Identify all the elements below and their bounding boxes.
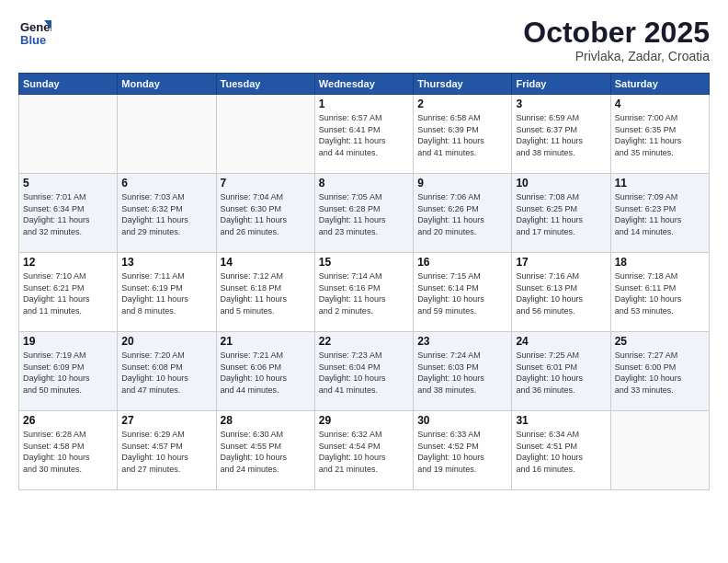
day-number: 4 (615, 98, 705, 110)
day-info: Sunrise: 7:19 AM Sunset: 6:09 PM Dayligh… (23, 350, 113, 396)
day-number: 19 (23, 335, 113, 348)
col-wednesday: Wednesday (314, 74, 413, 95)
day-info: Sunrise: 7:10 AM Sunset: 6:21 PM Dayligh… (23, 270, 113, 316)
col-sunday: Sunday (19, 74, 118, 95)
day-number: 18 (615, 256, 705, 269)
location-subtitle: Privlaka, Zadar, Croatia (523, 49, 710, 63)
table-row: 13Sunrise: 7:11 AM Sunset: 6:19 PM Dayli… (118, 253, 216, 332)
day-info: Sunrise: 6:30 AM Sunset: 4:55 PM Dayligh… (221, 429, 311, 475)
month-title: October 2025 (523, 17, 710, 49)
day-number: 22 (319, 335, 409, 348)
calendar-week-row: 12Sunrise: 7:10 AM Sunset: 6:21 PM Dayli… (19, 253, 710, 332)
day-info: Sunrise: 7:03 AM Sunset: 6:32 PM Dayligh… (121, 191, 211, 237)
day-info: Sunrise: 7:23 AM Sunset: 6:04 PM Dayligh… (319, 350, 409, 396)
day-info: Sunrise: 6:57 AM Sunset: 6:41 PM Dayligh… (319, 112, 409, 158)
day-info: Sunrise: 6:32 AM Sunset: 4:54 PM Dayligh… (319, 429, 409, 475)
day-info: Sunrise: 7:25 AM Sunset: 6:01 PM Dayligh… (516, 350, 606, 396)
calendar-table: Sunday Monday Tuesday Wednesday Thursday… (18, 73, 710, 490)
day-info: Sunrise: 7:24 AM Sunset: 6:03 PM Dayligh… (417, 350, 507, 396)
calendar-week-row: 26Sunrise: 6:28 AM Sunset: 4:58 PM Dayli… (19, 411, 710, 490)
col-monday: Monday (118, 74, 216, 95)
table-row: 24Sunrise: 7:25 AM Sunset: 6:01 PM Dayli… (512, 332, 610, 411)
day-number: 12 (23, 256, 113, 269)
table-row: 31Sunrise: 6:34 AM Sunset: 4:51 PM Dayli… (512, 411, 610, 490)
logo-icon: General Blue (18, 17, 51, 50)
table-row (216, 95, 314, 174)
table-row: 14Sunrise: 7:12 AM Sunset: 6:18 PM Dayli… (216, 253, 314, 332)
day-number: 9 (417, 177, 507, 190)
table-row: 7Sunrise: 7:04 AM Sunset: 6:30 PM Daylig… (216, 174, 314, 253)
table-row: 3Sunrise: 6:59 AM Sunset: 6:37 PM Daylig… (512, 95, 610, 174)
day-number: 20 (121, 335, 211, 348)
day-info: Sunrise: 6:58 AM Sunset: 6:39 PM Dayligh… (417, 112, 507, 158)
table-row: 6Sunrise: 7:03 AM Sunset: 6:32 PM Daylig… (118, 174, 216, 253)
table-row: 2Sunrise: 6:58 AM Sunset: 6:39 PM Daylig… (414, 95, 512, 174)
day-number: 5 (23, 177, 113, 190)
day-info: Sunrise: 7:04 AM Sunset: 6:30 PM Dayligh… (221, 191, 311, 237)
table-row (19, 95, 118, 174)
day-info: Sunrise: 7:15 AM Sunset: 6:14 PM Dayligh… (417, 270, 507, 316)
day-info: Sunrise: 7:06 AM Sunset: 6:26 PM Dayligh… (417, 191, 507, 237)
table-row: 20Sunrise: 7:20 AM Sunset: 6:08 PM Dayli… (118, 332, 216, 411)
day-number: 8 (319, 177, 409, 190)
col-saturday: Saturday (610, 74, 709, 95)
day-info: Sunrise: 7:09 AM Sunset: 6:23 PM Dayligh… (615, 191, 705, 237)
col-friday: Friday (512, 74, 610, 95)
calendar-header-row: Sunday Monday Tuesday Wednesday Thursday… (19, 74, 710, 95)
day-number: 26 (23, 414, 113, 427)
calendar-week-row: 19Sunrise: 7:19 AM Sunset: 6:09 PM Dayli… (19, 332, 710, 411)
day-info: Sunrise: 6:28 AM Sunset: 4:58 PM Dayligh… (23, 429, 113, 475)
day-number: 14 (221, 256, 311, 269)
day-number: 1 (319, 98, 409, 110)
day-info: Sunrise: 7:12 AM Sunset: 6:18 PM Dayligh… (221, 270, 311, 316)
table-row: 12Sunrise: 7:10 AM Sunset: 6:21 PM Dayli… (19, 253, 118, 332)
day-number: 21 (221, 335, 311, 348)
day-info: Sunrise: 6:33 AM Sunset: 4:52 PM Dayligh… (417, 429, 507, 475)
logo: General Blue (18, 17, 51, 50)
title-area: October 2025 Privlaka, Zadar, Croatia (523, 17, 710, 63)
table-row: 26Sunrise: 6:28 AM Sunset: 4:58 PM Dayli… (19, 411, 118, 490)
day-number: 3 (516, 98, 606, 110)
day-number: 7 (221, 177, 311, 190)
table-row: 18Sunrise: 7:18 AM Sunset: 6:11 PM Dayli… (610, 253, 709, 332)
table-row: 17Sunrise: 7:16 AM Sunset: 6:13 PM Dayli… (512, 253, 610, 332)
table-row: 25Sunrise: 7:27 AM Sunset: 6:00 PM Dayli… (610, 332, 709, 411)
svg-text:Blue: Blue (20, 33, 46, 47)
col-tuesday: Tuesday (216, 74, 314, 95)
day-number: 16 (417, 256, 507, 269)
table-row: 11Sunrise: 7:09 AM Sunset: 6:23 PM Dayli… (610, 174, 709, 253)
table-row: 22Sunrise: 7:23 AM Sunset: 6:04 PM Dayli… (314, 332, 413, 411)
table-row (118, 95, 216, 174)
table-row: 16Sunrise: 7:15 AM Sunset: 6:14 PM Dayli… (414, 253, 512, 332)
day-info: Sunrise: 6:34 AM Sunset: 4:51 PM Dayligh… (516, 429, 606, 475)
day-info: Sunrise: 7:16 AM Sunset: 6:13 PM Dayligh… (516, 270, 606, 316)
day-info: Sunrise: 7:27 AM Sunset: 6:00 PM Dayligh… (615, 350, 705, 396)
table-row: 21Sunrise: 7:21 AM Sunset: 6:06 PM Dayli… (216, 332, 314, 411)
table-row: 27Sunrise: 6:29 AM Sunset: 4:57 PM Dayli… (118, 411, 216, 490)
day-info: Sunrise: 6:29 AM Sunset: 4:57 PM Dayligh… (121, 429, 211, 475)
day-info: Sunrise: 7:00 AM Sunset: 6:35 PM Dayligh… (615, 112, 705, 158)
day-info: Sunrise: 7:20 AM Sunset: 6:08 PM Dayligh… (121, 350, 211, 396)
table-row: 29Sunrise: 6:32 AM Sunset: 4:54 PM Dayli… (314, 411, 413, 490)
table-row (610, 411, 709, 490)
day-info: Sunrise: 6:59 AM Sunset: 6:37 PM Dayligh… (516, 112, 606, 158)
table-row: 19Sunrise: 7:19 AM Sunset: 6:09 PM Dayli… (19, 332, 118, 411)
table-row: 28Sunrise: 6:30 AM Sunset: 4:55 PM Dayli… (216, 411, 314, 490)
day-number: 17 (516, 256, 606, 269)
day-info: Sunrise: 7:01 AM Sunset: 6:34 PM Dayligh… (23, 191, 113, 237)
day-info: Sunrise: 7:14 AM Sunset: 6:16 PM Dayligh… (319, 270, 409, 316)
table-row: 23Sunrise: 7:24 AM Sunset: 6:03 PM Dayli… (414, 332, 512, 411)
day-number: 10 (516, 177, 606, 190)
table-row: 15Sunrise: 7:14 AM Sunset: 6:16 PM Dayli… (314, 253, 413, 332)
table-row: 9Sunrise: 7:06 AM Sunset: 6:26 PM Daylig… (414, 174, 512, 253)
day-info: Sunrise: 7:11 AM Sunset: 6:19 PM Dayligh… (121, 270, 211, 316)
day-info: Sunrise: 7:08 AM Sunset: 6:25 PM Dayligh… (516, 191, 606, 237)
day-number: 13 (121, 256, 211, 269)
day-number: 29 (319, 414, 409, 427)
table-row: 1Sunrise: 6:57 AM Sunset: 6:41 PM Daylig… (314, 95, 413, 174)
day-number: 25 (615, 335, 705, 348)
table-row: 30Sunrise: 6:33 AM Sunset: 4:52 PM Dayli… (414, 411, 512, 490)
table-row: 5Sunrise: 7:01 AM Sunset: 6:34 PM Daylig… (19, 174, 118, 253)
day-number: 27 (121, 414, 211, 427)
day-number: 24 (516, 335, 606, 348)
